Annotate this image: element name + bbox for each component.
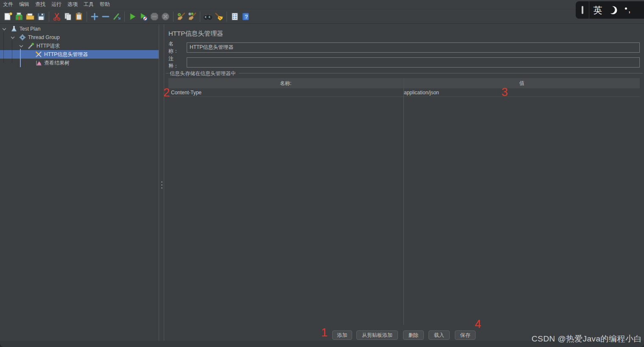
save-icon[interactable]: [36, 11, 46, 22]
delete-button[interactable]: 删除: [403, 330, 424, 340]
load-button[interactable]: 载入: [428, 330, 450, 340]
toolbar-separator: [200, 11, 200, 22]
save-button[interactable]: 保存: [455, 330, 476, 340]
start-no-pauses-icon[interactable]: [138, 11, 148, 22]
ime-caret: [576, 1, 589, 19]
view-results-tree-icon: [35, 59, 42, 66]
panel-splitter[interactable]: [159, 24, 164, 341]
menu-file[interactable]: 文件: [0, 0, 16, 9]
groupbox-border: [166, 73, 169, 73]
menu-tools[interactable]: 工具: [81, 0, 97, 9]
annotation-1: 1: [321, 327, 328, 339]
tree-item-thread-group[interactable]: Thread Group: [0, 33, 159, 42]
toolbar-separator: [173, 11, 174, 22]
header-name-cell[interactable]: Content-Type: [168, 90, 401, 96]
comment-input[interactable]: [187, 57, 640, 68]
clear-all-icon[interactable]: [187, 11, 197, 22]
groupbox-border: [239, 73, 643, 73]
thread-group-icon: [19, 34, 26, 41]
comment-label: 注释：: [168, 55, 183, 70]
toolbar-separator: [87, 11, 87, 22]
annotation-4: 4: [475, 319, 481, 330]
chevron-down-icon[interactable]: [18, 43, 24, 49]
splitter-grip-icon[interactable]: [160, 181, 163, 189]
groupbox-title: 信息头存储在信息头管理器中: [170, 70, 236, 77]
search-icon[interactable]: [203, 11, 213, 22]
punctuation-icon[interactable]: ,: [621, 5, 635, 15]
chevron-down-icon[interactable]: [10, 34, 16, 40]
add-icon[interactable]: [90, 11, 100, 22]
table-column-divider[interactable]: [403, 78, 404, 325]
tree-panel: Test Plan Thread Group HTTP请求 HTTP信息头管理器…: [0, 24, 159, 341]
jmeter-window: 文件 编辑 查找 运行 选项 工具 帮助 ?: [0, 0, 644, 347]
tree-indent-guide: [3, 32, 4, 63]
toolbar: ?: [0, 9, 644, 24]
reset-search-icon[interactable]: [214, 11, 224, 22]
chevron-down-icon[interactable]: [1, 26, 7, 32]
add-button[interactable]: 添加: [332, 330, 352, 340]
header-manager-icon: [35, 51, 42, 58]
shutdown-icon[interactable]: [160, 11, 171, 22]
svg-text:,: ,: [628, 5, 630, 14]
tree-item-http-request[interactable]: HTTP请求: [0, 42, 159, 50]
menu-run[interactable]: 运行: [48, 0, 64, 9]
svg-text:?: ?: [245, 14, 248, 20]
ime-toolbar: 英 ,: [576, 1, 644, 19]
tree-item-label: HTTP请求: [36, 42, 60, 50]
open-template-icon[interactable]: [14, 11, 24, 22]
annotation-3: 3: [501, 87, 508, 98]
menu-edit[interactable]: 编辑: [16, 0, 32, 9]
menu-options[interactable]: 选项: [64, 0, 81, 9]
stop-icon[interactable]: [149, 11, 160, 22]
tree-item-label: Test Plan: [20, 26, 40, 32]
tree-item-label: Thread Group: [28, 34, 60, 40]
function-helper-icon[interactable]: [230, 11, 240, 22]
table-header-name[interactable]: 名称:: [168, 78, 403, 88]
menu-bar: 文件 编辑 查找 运行 选项 工具 帮助: [0, 0, 644, 9]
menu-search[interactable]: 查找: [32, 0, 48, 9]
http-sampler-icon: [28, 42, 34, 49]
table-header-value[interactable]: 值: [404, 78, 640, 88]
menu-help[interactable]: 帮助: [97, 0, 113, 9]
table-row[interactable]: Content-Type application/json: [168, 88, 640, 97]
csdn-watermark: CSDN @热爱Java的编程小白: [532, 333, 642, 344]
open-file-icon[interactable]: [25, 11, 35, 22]
paste-icon[interactable]: [74, 11, 84, 22]
moon-icon[interactable]: [606, 5, 621, 15]
tree-indent-guide-active: [20, 49, 21, 67]
tree-item-label: HTTP信息头管理器: [44, 51, 88, 58]
help-icon[interactable]: ?: [241, 11, 251, 22]
page-title: HTTP信息头管理器: [168, 30, 223, 38]
toolbar-separator: [227, 11, 227, 22]
name-input[interactable]: [187, 42, 640, 53]
tree-item-view-results-tree[interactable]: 查看结果树: [0, 59, 159, 67]
add-from-clipboard-button[interactable]: 从剪贴板添加: [356, 330, 398, 340]
start-icon[interactable]: [127, 11, 137, 22]
header-value-cell[interactable]: application/json: [401, 90, 439, 96]
name-label: 名称：: [168, 40, 183, 55]
test-plan-icon: [11, 25, 17, 32]
new-file-icon[interactable]: [3, 11, 13, 22]
toolbar-separator: [49, 11, 49, 22]
tree-item-http-header-manager[interactable]: HTTP信息头管理器: [0, 50, 159, 59]
cut-icon[interactable]: [52, 11, 62, 22]
clear-icon[interactable]: [176, 11, 186, 22]
toolbar-separator: [124, 11, 125, 22]
tree-item-label: 查看结果树: [44, 59, 70, 67]
copy-icon[interactable]: [63, 11, 73, 22]
remove-icon[interactable]: [101, 11, 111, 22]
toggle-icon[interactable]: [112, 11, 122, 22]
ime-language-toggle[interactable]: 英: [589, 4, 606, 16]
main-panel: HTTP信息头管理器 名称： 注释： 信息头存储在信息头管理器中 名称: 值 C…: [164, 24, 644, 341]
annotation-2: 2: [163, 87, 170, 99]
tree-item-test-plan[interactable]: Test Plan: [0, 25, 159, 33]
tree-indent-guide: [12, 40, 12, 63]
